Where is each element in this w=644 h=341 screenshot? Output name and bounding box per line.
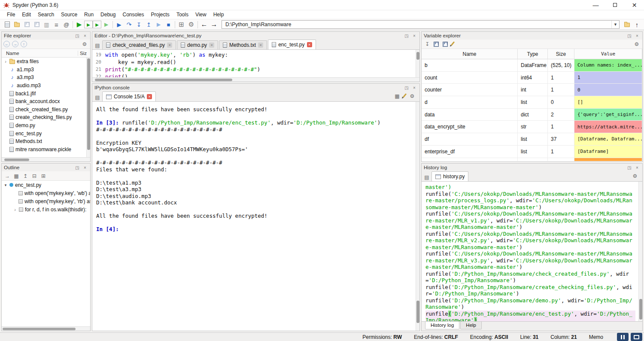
go-up-icon[interactable]: ↥ <box>21 172 29 180</box>
maximize-pane-icon[interactable]: ⊞ <box>176 20 186 29</box>
options-gear-icon[interactable]: ⚙ <box>633 40 641 48</box>
edit-icon[interactable] <box>404 93 405 99</box>
close-button[interactable]: ✕ <box>625 0 644 10</box>
column-size[interactable]: Siz <box>78 51 90 56</box>
close-icon[interactable]: × <box>82 33 88 38</box>
editor-tab[interactable]: demo.py× <box>177 40 218 49</box>
next-directory-icon[interactable]: → <box>12 41 18 47</box>
history-tab[interactable]: history.py <box>431 171 468 181</box>
previous-directory-icon[interactable]: ← <box>3 41 10 47</box>
step-return-icon[interactable]: ↥ <box>144 20 154 29</box>
options-gear-icon[interactable]: ⚙ <box>408 92 416 100</box>
options-gear-icon[interactable]: ⚙ <box>631 172 639 180</box>
editor-tab[interactable]: enc_test.py× <box>268 40 316 49</box>
edit-icon[interactable] <box>452 41 453 47</box>
history-vscrollbar[interactable] <box>638 182 642 321</box>
browse-directory-icon[interactable] <box>622 20 632 29</box>
fullscreen-icon[interactable]: ▦ <box>12 172 20 180</box>
file-row[interactable]: ♪a1.mp3 <box>2 66 90 74</box>
go-to-cursor-icon[interactable]: → <box>3 172 11 180</box>
working-directory-combo[interactable]: D:\Python_Imp\Ransomware ▼ <box>222 20 620 29</box>
back-icon[interactable]: ← <box>199 20 209 29</box>
undock-icon[interactable]: ◳ <box>404 85 410 90</box>
step-over-icon[interactable]: ↷ <box>124 20 134 29</box>
collapse-all-icon[interactable]: ⊟ <box>30 172 38 180</box>
outline-item[interactable]: with open('mykey.key', 'rb') as m <box>2 197 90 205</box>
scrollbar-thumb[interactable] <box>416 52 419 60</box>
step-into-icon[interactable]: ↧ <box>134 20 144 29</box>
collapse-arrow-icon[interactable]: ▾ <box>3 183 8 187</box>
editor-tab[interactable]: check_created_files.py× <box>102 40 176 49</box>
variable-row[interactable] <box>422 158 642 161</box>
close-icon[interactable]: × <box>82 165 88 170</box>
file-switcher-icon[interactable]: ≡ <box>52 20 61 29</box>
variable-row[interactable]: countint6411 <box>422 72 642 84</box>
save-icon[interactable] <box>22 20 32 29</box>
browse-tabs-icon[interactable]: ▤ <box>94 42 101 49</box>
pause-icon[interactable] <box>617 333 629 341</box>
close-icon[interactable]: × <box>634 33 640 38</box>
file-explorer-column-header[interactable]: Name Siz <box>2 49 90 58</box>
file-row[interactable]: back1.jfif <box>2 89 90 97</box>
menu-tools[interactable]: Tools <box>173 11 192 18</box>
menu-debug[interactable]: Debug <box>97 11 119 18</box>
column-type[interactable]: Type <box>518 49 548 59</box>
menu-source[interactable]: Source <box>58 11 81 18</box>
copy-icon[interactable]: ▥ <box>42 20 52 29</box>
outline-root[interactable]: ▾enc_test.py <box>2 181 90 189</box>
menu-file[interactable]: File <box>3 11 18 18</box>
column-name[interactable]: Name <box>422 49 518 59</box>
minimize-button[interactable]: — <box>586 0 605 10</box>
browse-tabs-icon[interactable]: ▤ <box>423 174 431 181</box>
column-name[interactable]: Name <box>2 51 78 56</box>
bottom-tab-help[interactable]: Help <box>460 322 482 329</box>
tools-icon[interactable]: ⚙ <box>186 20 196 29</box>
console-vscrollbar[interactable] <box>416 102 419 331</box>
run-icon[interactable]: ▶ <box>74 20 84 29</box>
close-icon[interactable]: × <box>634 165 640 170</box>
expand-chevron-icon[interactable]: › <box>13 207 17 212</box>
forward-icon[interactable]: → <box>209 20 219 29</box>
undock-icon[interactable]: ◳ <box>74 33 80 38</box>
file-row[interactable]: check_created_files.py <box>2 106 90 114</box>
variable-row[interactable]: dflist37[Dataframe, Datafram... <box>422 133 642 146</box>
file-list-hscrollbar[interactable] <box>2 157 90 161</box>
outline-hscrollbar[interactable] <box>2 326 90 331</box>
menu-view[interactable]: View <box>192 11 210 18</box>
close-icon[interactable]: × <box>411 33 417 38</box>
file-row[interactable]: mitre ransomware.pickle <box>2 146 90 154</box>
open-file-icon[interactable] <box>12 20 22 29</box>
save-data-icon[interactable] <box>432 40 440 48</box>
code-editor[interactable]: 19with open('mykey.key', 'rb') as mykey:… <box>92 50 419 77</box>
inspect-icon[interactable]: ▦ <box>393 92 401 100</box>
file-row[interactable]: enc_test.py <box>2 129 90 137</box>
stop-icon[interactable]: ■ <box>164 20 173 29</box>
variable-row[interactable]: bDataFrame(525, 10)Column names: index_.… <box>422 59 642 72</box>
import-data-icon[interactable]: ↧ <box>423 40 431 48</box>
menu-projects[interactable]: Projects <box>148 11 173 18</box>
file-row[interactable]: Methods.txt <box>2 137 90 146</box>
variable-row[interactable]: enterprise_dflist1[Dataframe] <box>422 146 642 158</box>
console-tab[interactable]: Console 15/A × <box>102 91 156 101</box>
close-tab-icon[interactable]: × <box>167 43 172 48</box>
parent-directory-icon[interactable]: ↑ <box>632 20 642 29</box>
expand-all-icon[interactable]: ⊞ <box>39 172 47 180</box>
combo-dropdown-icon[interactable]: ▼ <box>611 21 619 28</box>
scrollbar-thumb[interactable] <box>3 328 76 330</box>
editor-hscrollbar[interactable] <box>92 77 419 82</box>
column-value[interactable]: Value <box>574 49 642 59</box>
variable-row[interactable]: counterint10 <box>422 84 642 96</box>
close-tab-icon[interactable]: × <box>307 42 312 47</box>
menu-help[interactable]: Help <box>210 11 228 18</box>
console-output[interactable]: All the found files have been successful… <box>92 102 419 331</box>
save-data-as-icon[interactable] <box>441 40 449 48</box>
menu-consoles[interactable]: Consoles <box>119 11 147 18</box>
undock-icon[interactable]: ◳ <box>404 33 410 38</box>
editor-tab[interactable]: Methods.txt× <box>219 40 267 49</box>
variable-row[interactable]: data_encrypt_sitestr1https://attack.mitr… <box>422 121 642 133</box>
run-cell-advance-icon[interactable]: ▶ <box>93 21 101 28</box>
bottom-tab-history-log[interactable]: History log <box>425 322 459 329</box>
run-cell-icon[interactable]: ▶ <box>84 21 93 28</box>
scrollbar-thumb[interactable] <box>95 79 232 81</box>
debug-icon[interactable]: ▶ <box>114 20 124 29</box>
